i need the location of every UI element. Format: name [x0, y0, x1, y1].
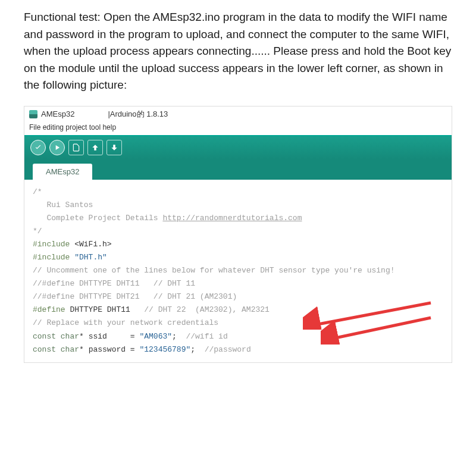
project-name: AMEsp32	[41, 109, 74, 118]
ide-screenshot: AMEsp32 |Arduino的 1.8.13 File editing pr…	[24, 106, 452, 363]
code-comment: //#define DHTTYPE DHT11 // DHT 11	[33, 279, 195, 288]
code-comment: /*	[33, 187, 42, 196]
code-header: <WiFi.h>	[74, 240, 111, 249]
code-link: http://randomnerdtutorials.com	[162, 214, 302, 223]
code-comment: // DHT 22 (AM2302), AM2321	[144, 305, 270, 314]
code-string: "123456789"	[139, 345, 190, 354]
open-button[interactable]	[87, 140, 103, 155]
code-comment: //#define DHTTYPE DHT21 // DHT 21 (AM230…	[33, 292, 237, 301]
code-text: ;	[190, 345, 204, 354]
arrow-up-icon	[91, 143, 99, 152]
code-comment: // Uncomment one of the lines below for …	[33, 266, 395, 275]
code-string: "AM063"	[139, 332, 172, 341]
code-keyword: const	[33, 332, 56, 341]
code-type: char	[56, 332, 79, 341]
code-include: #include	[33, 253, 74, 262]
arrow-right-icon	[53, 143, 61, 152]
toolbar	[24, 135, 452, 159]
tab-bar: AMEsp32	[24, 159, 452, 180]
verify-button[interactable]	[30, 140, 46, 155]
arduino-icon	[29, 110, 37, 118]
file-icon	[72, 143, 80, 152]
code-text: * password =	[79, 345, 139, 354]
instruction-paragraph: Functional test: Open the AMEsp32.ino pr…	[24, 9, 452, 94]
code-editor[interactable]: /* Rui Santos Complete Project Details h…	[24, 180, 452, 362]
code-define: #define	[33, 305, 65, 314]
code-include: #include	[33, 240, 74, 249]
save-button[interactable]	[107, 140, 122, 155]
code-text: * ssid =	[79, 332, 139, 341]
code-comment: Complete Project Details	[33, 214, 162, 223]
code-comment: //password	[205, 345, 251, 354]
ide-title-bar: AMEsp32 |Arduino的 1.8.13	[24, 107, 452, 122]
code-text: DHTTYPE DHT11	[65, 305, 145, 314]
new-file-button[interactable]	[68, 140, 84, 155]
arrow-down-icon	[110, 143, 118, 152]
code-comment: // Replace with your network credentials	[33, 318, 218, 327]
code-comment: */	[33, 227, 42, 236]
check-icon	[34, 143, 42, 152]
code-text: ;	[172, 332, 186, 341]
code-string: "DHT.h"	[74, 253, 107, 262]
tab-amesp32[interactable]: AMEsp32	[33, 164, 92, 180]
code-type: char	[56, 345, 79, 354]
code-keyword: const	[33, 345, 56, 354]
code-comment: Rui Santos	[33, 201, 93, 209]
ide-version: |Arduino的 1.8.13	[108, 109, 168, 120]
menu-bar[interactable]: File editing project tool help	[24, 122, 452, 135]
code-comment: //wifi id	[186, 332, 227, 341]
upload-button[interactable]	[49, 140, 65, 155]
